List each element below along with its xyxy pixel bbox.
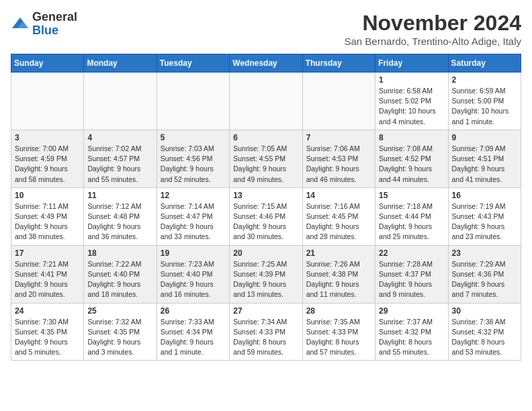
day-info: Sunrise: 7:33 AM Sunset: 4:34 PM Dayligh… <box>161 317 226 358</box>
day-number: 26 <box>161 306 226 316</box>
calendar-cell: 29Sunrise: 7:37 AM Sunset: 4:32 PM Dayli… <box>375 303 448 361</box>
day-info: Sunrise: 7:29 AM Sunset: 4:36 PM Dayligh… <box>452 259 517 300</box>
calendar-week-3: 10Sunrise: 7:11 AM Sunset: 4:49 PM Dayli… <box>11 187 521 245</box>
day-info: Sunrise: 7:28 AM Sunset: 4:37 PM Dayligh… <box>379 259 444 300</box>
day-info: Sunrise: 7:25 AM Sunset: 4:39 PM Dayligh… <box>233 259 298 300</box>
day-number: 4 <box>87 133 152 142</box>
day-info: Sunrise: 6:59 AM Sunset: 5:00 PM Dayligh… <box>452 86 517 127</box>
day-info: Sunrise: 7:34 AM Sunset: 4:33 PM Dayligh… <box>233 317 298 358</box>
calendar-cell: 8Sunrise: 7:08 AM Sunset: 4:52 PM Daylig… <box>375 130 448 187</box>
day-number: 18 <box>87 248 152 258</box>
calendar-cell: 20Sunrise: 7:25 AM Sunset: 4:39 PM Dayli… <box>230 245 302 303</box>
calendar-cell: 17Sunrise: 7:21 AM Sunset: 4:41 PM Dayli… <box>11 245 84 303</box>
day-info: Sunrise: 7:06 AM Sunset: 4:53 PM Dayligh… <box>306 144 371 185</box>
calendar-week-2: 3Sunrise: 7:00 AM Sunset: 4:59 PM Daylig… <box>11 130 521 187</box>
day-info: Sunrise: 7:08 AM Sunset: 4:52 PM Dayligh… <box>379 144 444 185</box>
calendar-cell: 11Sunrise: 7:12 AM Sunset: 4:48 PM Dayli… <box>84 187 157 245</box>
day-number: 6 <box>233 133 298 142</box>
day-number: 11 <box>87 191 152 200</box>
calendar-week-5: 24Sunrise: 7:30 AM Sunset: 4:35 PM Dayli… <box>11 303 521 361</box>
day-number: 23 <box>452 248 517 258</box>
day-info: Sunrise: 7:19 AM Sunset: 4:43 PM Dayligh… <box>452 201 517 242</box>
logo: General Blue <box>11 11 77 38</box>
day-number: 5 <box>161 133 226 142</box>
day-number: 9 <box>452 133 517 142</box>
day-info: Sunrise: 7:30 AM Sunset: 4:35 PM Dayligh… <box>15 317 80 358</box>
day-number: 2 <box>452 75 517 85</box>
day-info: Sunrise: 7:14 AM Sunset: 4:47 PM Dayligh… <box>161 201 226 242</box>
day-number: 22 <box>379 248 444 258</box>
day-number: 10 <box>15 191 80 200</box>
calendar-cell: 19Sunrise: 7:23 AM Sunset: 4:40 PM Dayli… <box>157 245 229 303</box>
logo-text: General Blue <box>32 11 77 38</box>
calendar-cell: 15Sunrise: 7:18 AM Sunset: 4:44 PM Dayli… <box>375 187 448 245</box>
calendar-cell: 3Sunrise: 7:00 AM Sunset: 4:59 PM Daylig… <box>11 130 84 187</box>
day-number: 20 <box>233 248 298 258</box>
calendar-cell: 28Sunrise: 7:35 AM Sunset: 4:33 PM Dayli… <box>302 303 375 361</box>
calendar-cell: 12Sunrise: 7:14 AM Sunset: 4:47 PM Dayli… <box>157 187 229 245</box>
day-info: Sunrise: 7:03 AM Sunset: 4:56 PM Dayligh… <box>161 144 226 185</box>
day-number: 1 <box>379 75 444 85</box>
day-info: Sunrise: 6:58 AM Sunset: 5:02 PM Dayligh… <box>379 86 444 127</box>
day-number: 12 <box>161 191 226 200</box>
location: San Bernardo, Trentino-Alto Adige, Italy <box>345 36 522 47</box>
day-info: Sunrise: 7:12 AM Sunset: 4:48 PM Dayligh… <box>87 201 152 242</box>
calendar-cell <box>84 73 157 130</box>
day-info: Sunrise: 7:37 AM Sunset: 4:32 PM Dayligh… <box>379 317 444 358</box>
day-number: 8 <box>379 133 444 142</box>
calendar-cell: 22Sunrise: 7:28 AM Sunset: 4:37 PM Dayli… <box>375 245 448 303</box>
day-number: 29 <box>379 306 444 316</box>
day-number: 15 <box>379 191 444 200</box>
day-number: 30 <box>452 306 517 316</box>
calendar-cell: 4Sunrise: 7:02 AM Sunset: 4:57 PM Daylig… <box>84 130 157 187</box>
month-title: November 2024 <box>345 11 522 36</box>
calendar-cell: 18Sunrise: 7:22 AM Sunset: 4:40 PM Dayli… <box>84 245 157 303</box>
day-number: 21 <box>306 248 371 258</box>
day-info: Sunrise: 7:32 AM Sunset: 4:35 PM Dayligh… <box>87 317 152 358</box>
page-header: General Blue November 2024 San Bernardo,… <box>11 11 521 47</box>
calendar-week-4: 17Sunrise: 7:21 AM Sunset: 4:41 PM Dayli… <box>11 245 521 303</box>
calendar-cell: 23Sunrise: 7:29 AM Sunset: 4:36 PM Dayli… <box>448 245 521 303</box>
calendar-header-saturday: Saturday <box>448 54 521 73</box>
calendar-cell: 6Sunrise: 7:05 AM Sunset: 4:55 PM Daylig… <box>230 130 302 187</box>
calendar-header-monday: Monday <box>84 54 157 73</box>
calendar-cell: 26Sunrise: 7:33 AM Sunset: 4:34 PM Dayli… <box>157 303 229 361</box>
day-number: 19 <box>161 248 226 258</box>
day-number: 28 <box>306 306 371 316</box>
calendar-header-thursday: Thursday <box>302 54 375 73</box>
calendar-cell: 9Sunrise: 7:09 AM Sunset: 4:51 PM Daylig… <box>448 130 521 187</box>
calendar-cell: 14Sunrise: 7:16 AM Sunset: 4:45 PM Dayli… <box>302 187 375 245</box>
calendar-cell <box>157 73 229 130</box>
calendar-week-1: 1Sunrise: 6:58 AM Sunset: 5:02 PM Daylig… <box>11 73 521 130</box>
day-number: 7 <box>306 133 371 142</box>
calendar-cell <box>302 73 375 130</box>
day-info: Sunrise: 7:02 AM Sunset: 4:57 PM Dayligh… <box>87 144 152 185</box>
day-info: Sunrise: 7:26 AM Sunset: 4:38 PM Dayligh… <box>306 259 371 300</box>
day-number: 16 <box>452 191 517 200</box>
day-info: Sunrise: 7:05 AM Sunset: 4:55 PM Dayligh… <box>233 144 298 185</box>
title-block: November 2024 San Bernardo, Trentino-Alt… <box>345 11 522 47</box>
day-info: Sunrise: 7:11 AM Sunset: 4:49 PM Dayligh… <box>15 201 80 242</box>
day-info: Sunrise: 7:09 AM Sunset: 4:51 PM Dayligh… <box>452 144 517 185</box>
day-info: Sunrise: 7:16 AM Sunset: 4:45 PM Dayligh… <box>306 201 371 242</box>
calendar-cell: 7Sunrise: 7:06 AM Sunset: 4:53 PM Daylig… <box>302 130 375 187</box>
calendar-cell <box>11 73 84 130</box>
day-info: Sunrise: 7:35 AM Sunset: 4:33 PM Dayligh… <box>306 317 371 358</box>
calendar-cell: 1Sunrise: 6:58 AM Sunset: 5:02 PM Daylig… <box>375 73 448 130</box>
calendar-cell <box>230 73 302 130</box>
calendar-cell: 30Sunrise: 7:38 AM Sunset: 4:32 PM Dayli… <box>448 303 521 361</box>
day-number: 27 <box>233 306 298 316</box>
day-info: Sunrise: 7:38 AM Sunset: 4:32 PM Dayligh… <box>452 317 517 358</box>
calendar-cell: 25Sunrise: 7:32 AM Sunset: 4:35 PM Dayli… <box>84 303 157 361</box>
day-number: 3 <box>15 133 80 142</box>
calendar-cell: 24Sunrise: 7:30 AM Sunset: 4:35 PM Dayli… <box>11 303 84 361</box>
calendar-cell: 27Sunrise: 7:34 AM Sunset: 4:33 PM Dayli… <box>230 303 302 361</box>
calendar-cell: 16Sunrise: 7:19 AM Sunset: 4:43 PM Dayli… <box>448 187 521 245</box>
day-number: 14 <box>306 191 371 200</box>
day-info: Sunrise: 7:18 AM Sunset: 4:44 PM Dayligh… <box>379 201 444 242</box>
calendar-header-wednesday: Wednesday <box>230 54 302 73</box>
calendar-cell: 21Sunrise: 7:26 AM Sunset: 4:38 PM Dayli… <box>302 245 375 303</box>
calendar-cell: 10Sunrise: 7:11 AM Sunset: 4:49 PM Dayli… <box>11 187 84 245</box>
day-info: Sunrise: 7:23 AM Sunset: 4:40 PM Dayligh… <box>161 259 226 300</box>
day-number: 25 <box>87 306 152 316</box>
